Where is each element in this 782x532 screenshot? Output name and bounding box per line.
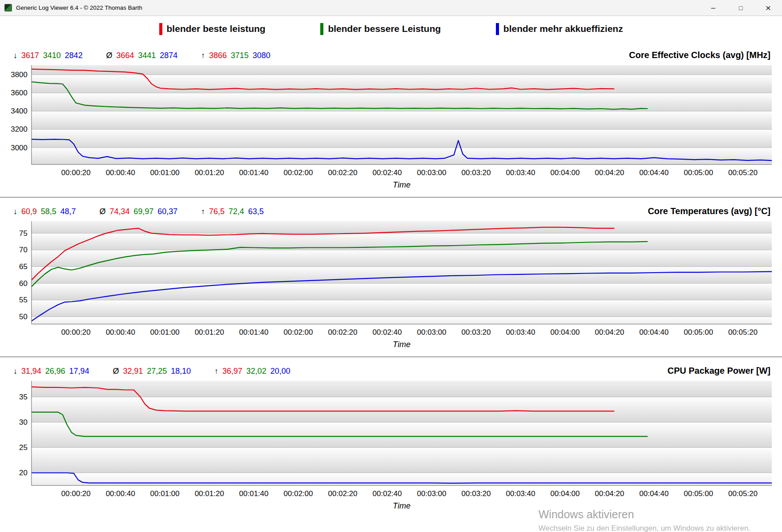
x-tick-label: 00:01:00 (150, 328, 180, 336)
x-tick-label: 00:02:20 (328, 489, 358, 498)
legend-color-bar-green (320, 23, 323, 35)
plot-band (31, 498, 772, 501)
stat-max-blue: 3080 (252, 51, 270, 60)
min-symbol: ↓ (13, 51, 17, 60)
x-tick-label: 00:03:00 (417, 328, 446, 336)
x-tick-label: 00:01:20 (195, 328, 224, 336)
stat-max-blue: 63,5 (248, 207, 263, 216)
x-tick-label: 00:02:00 (283, 168, 313, 177)
minimize-button[interactable]: – (699, 0, 727, 16)
stat-avg-red: 32,91 (123, 367, 143, 376)
x-tick-label: 00:02:00 (283, 328, 313, 336)
window-controls: – □ × (699, 0, 782, 16)
plot-band (31, 129, 772, 148)
clocks-plot[interactable]: 3000320034003600380000:00:2000:00:4000:0… (0, 65, 782, 180)
plot-band (31, 111, 772, 129)
x-tick-label: 00:01:00 (150, 168, 180, 177)
x-tick-label: 00:04:40 (639, 328, 668, 336)
stat-min-blue: 48,7 (60, 207, 76, 216)
y-tick-label: 20 (19, 469, 28, 477)
x-tick-label: 00:04:20 (595, 489, 624, 498)
windows-activation-watermark: Windows aktivieren Wechseln Sie zu den E… (538, 508, 751, 532)
y-tick-label: 3000 (11, 144, 28, 152)
avg-symbol: Ø (106, 51, 112, 60)
y-tick-label: 50 (19, 313, 28, 321)
x-axis-label: Time (31, 340, 772, 349)
x-tick-label: 00:03:00 (417, 489, 446, 498)
chart-header: ↓ 31,94 26,96 17,94 Ø 32,91 27,25 18,10 … (0, 357, 782, 381)
x-tick-label: 00:03:40 (506, 489, 535, 498)
stat-min-red: 3617 (21, 51, 39, 60)
legend-color-bar-blue (496, 23, 499, 35)
plot-band (31, 448, 772, 473)
chart-title-temperatures: Core Temperatures (avg) [°C] (648, 206, 770, 216)
stat-max-green: 72,4 (228, 207, 244, 216)
x-tick-label: 00:04:00 (550, 328, 580, 336)
stat-avg-blue: 2874 (160, 51, 177, 60)
x-tick-label: 00:01:00 (150, 489, 180, 498)
x-tick-label: 00:00:20 (61, 168, 90, 177)
stat-avg-blue: 18,10 (171, 367, 191, 376)
app-window: { "window": { "title": "Generic Log View… (0, 0, 782, 532)
x-tick-label: 00:02:20 (328, 168, 358, 177)
app-icon (4, 4, 12, 12)
x-tick-label: 00:01:20 (195, 489, 224, 498)
titlebar: Generic Log Viewer 6.4 - © 2022 Thomas B… (0, 0, 782, 16)
legend-item-red[interactable]: blender beste leistung (159, 23, 266, 35)
legend-item-blue[interactable]: blender mehr akkueffizienz (496, 23, 623, 35)
plot-band (31, 233, 772, 250)
stat-max-red: 76,5 (209, 207, 224, 216)
x-tick-label: 00:05:20 (728, 328, 758, 336)
x-tick-label: 00:02:00 (283, 489, 313, 498)
legend-label-green: blender bessere Leistung (328, 23, 440, 34)
legend-label-red: blender beste leistung (167, 23, 266, 34)
avg-symbol: Ø (113, 367, 119, 376)
x-tick-label: 00:00:20 (61, 489, 90, 498)
x-tick-label: 00:04:00 (550, 168, 580, 177)
chart-stats: ↓ 31,94 26,96 17,94 Ø 32,91 27,25 18,10 … (13, 367, 290, 376)
y-tick-label: 70 (19, 246, 28, 254)
stat-avg-red: 74,34 (110, 207, 130, 216)
x-tick-label: 00:05:00 (684, 489, 713, 498)
y-tick-label: 75 (19, 229, 28, 238)
stat-max-red: 36,97 (222, 367, 242, 376)
temperatures-plot[interactable]: 50556065707500:00:2000:00:4000:01:0000:0… (0, 221, 782, 339)
x-tick-label: 00:04:00 (550, 489, 580, 498)
x-tick-label: 00:00:40 (106, 328, 135, 336)
chart-section-temperatures: ↓ 60,9 58,5 48,7 Ø 74,34 69,97 60,37 ↑ 7… (0, 198, 782, 349)
x-tick-label: 00:03:20 (461, 489, 491, 498)
stat-min-blue: 17,94 (69, 367, 89, 376)
power-plot[interactable]: 2025303500:00:2000:00:4000:01:0000:01:20… (0, 381, 782, 501)
stat-min-red: 60,9 (21, 207, 37, 216)
y-tick-label: 3200 (11, 125, 28, 133)
chart-header: ↓ 60,9 58,5 48,7 Ø 74,34 69,97 60,37 ↑ 7… (0, 198, 782, 221)
legend-label-blue: blender mehr akkueffizienz (503, 23, 623, 34)
stat-min-blue: 2842 (65, 51, 83, 60)
chart-header: ↓ 3617 3410 2842 Ø 3664 3441 2874 ↑ 3866… (0, 42, 782, 65)
y-tick-label: 55 (19, 296, 28, 304)
maximize-button[interactable]: □ (727, 0, 754, 16)
stat-max-green: 3715 (231, 51, 248, 60)
stat-max-blue: 20,00 (270, 367, 290, 376)
x-tick-label: 00:00:20 (61, 328, 90, 336)
plot-band (31, 250, 772, 267)
min-symbol: ↓ (13, 367, 17, 376)
stat-min-red: 31,94 (21, 367, 41, 376)
stat-avg-blue: 60,37 (157, 207, 177, 216)
stat-min-green: 3410 (43, 51, 61, 60)
x-tick-label: 00:04:20 (595, 328, 624, 336)
plot-band (31, 75, 772, 93)
chart-title-power: CPU Package Power [W] (668, 366, 770, 376)
x-tick-label: 00:01:40 (239, 328, 268, 336)
x-tick-label: 00:01:20 (195, 168, 224, 177)
close-button[interactable]: × (754, 0, 782, 16)
x-tick-label: 00:03:20 (461, 168, 491, 177)
stat-avg-green: 69,97 (134, 207, 153, 216)
x-tick-label: 00:03:20 (461, 328, 491, 336)
plot-band (31, 300, 772, 317)
y-tick-label: 35 (19, 393, 28, 401)
avg-symbol: Ø (99, 207, 106, 216)
stat-avg-red: 3664 (116, 51, 134, 60)
legend-item-green[interactable]: blender bessere Leistung (320, 23, 440, 35)
x-axis-label: Time (31, 180, 772, 190)
